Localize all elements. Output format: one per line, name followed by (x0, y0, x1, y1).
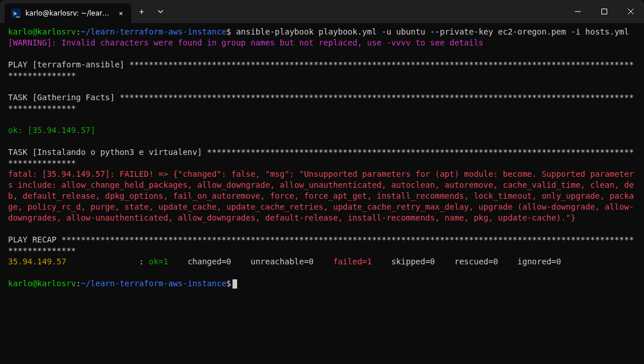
fatal-error-line: fatal: [35.94.149.57]: FAILED! => {"chan… (8, 169, 636, 223)
svg-rect-0 (602, 9, 607, 14)
cursor (233, 279, 237, 289)
new-tab-button[interactable]: + (131, 0, 152, 23)
title-bar: karlo@karlosrv: ~/learn-terraf ✕ + (0, 0, 644, 23)
play-header-line: PLAY [terraform-ansible] ***************… (8, 59, 636, 81)
minimize-icon (575, 9, 581, 14)
close-tab-button[interactable]: ✕ (116, 9, 125, 18)
minimize-button[interactable] (565, 0, 591, 23)
ok-host-line: ok: [35.94.149.57] (8, 125, 636, 136)
terminal-output[interactable]: karlo@karlosrv:~/learn-terraform-aws-ins… (0, 23, 644, 293)
window-controls (565, 0, 644, 23)
prompt-line-2: karlo@karlosrv:~/learn-terraform-aws-ins… (8, 278, 636, 289)
maximize-icon (601, 9, 607, 14)
warning-line: [WARNING]: Invalid characters were found… (8, 37, 636, 48)
maximize-button[interactable] (591, 0, 618, 23)
powershell-icon (12, 9, 21, 18)
task-gathering-line: TASK [Gathering Facts] *****************… (8, 92, 636, 114)
prompt-line-1: karlo@karlosrv:~/learn-terraform-aws-ins… (8, 26, 636, 37)
task-install-line: TASK [Instalando o python3 e virtualenv]… (8, 147, 636, 169)
close-window-button[interactable] (618, 0, 644, 23)
tab-title: karlo@karlosrv: ~/learn-terraf (25, 9, 112, 17)
play-recap-header: PLAY RECAP *****************************… (8, 234, 636, 256)
terminal-tab[interactable]: karlo@karlosrv: ~/learn-terraf ✕ (5, 3, 131, 23)
tab-dropdown-button[interactable] (152, 0, 169, 23)
play-recap-host-line: 35.94.149.57 : ok=1 changed=0 unreachabl… (8, 256, 636, 267)
close-icon (628, 9, 634, 14)
chevron-down-icon (158, 9, 163, 14)
